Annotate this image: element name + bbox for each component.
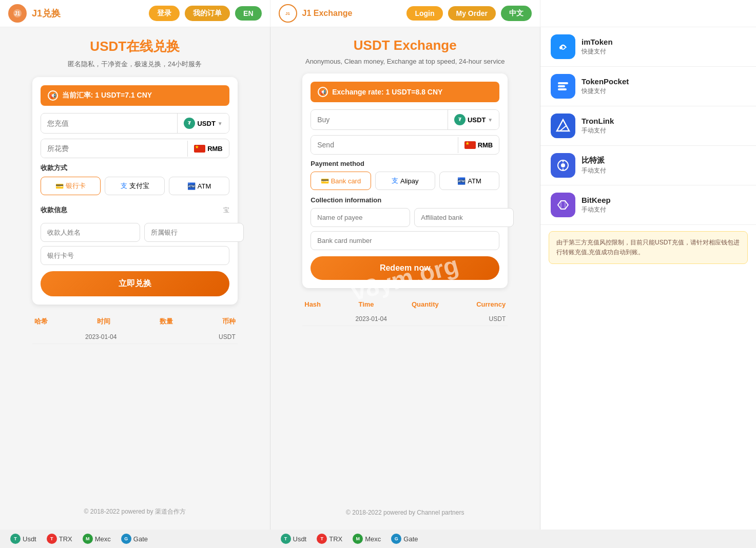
wallet-item-tokenpocket[interactable]: TokenPocket 快捷支付 <box>540 67 756 106</box>
left-send-currency-text: RMB <box>207 145 223 153</box>
right-tr-time: 2023-01-04 <box>356 315 387 323</box>
svg-rect-7 <box>558 88 567 90</box>
trx-dot-left: T <box>47 534 57 544</box>
right-redeem-btn[interactable]: Redeem now <box>311 256 499 280</box>
right-token-gate[interactable]: G Gate <box>391 534 418 544</box>
right-bank-name-input[interactable] <box>414 208 514 227</box>
right-table-header: Hash Time Quantity Currency <box>302 296 508 312</box>
wallet-item-imtoken[interactable]: imToken 快捷支付 <box>540 27 756 67</box>
right-order-button[interactable]: My Order <box>448 6 496 21</box>
left-buy-input-row[interactable]: ₮ USDT ▼ <box>41 113 229 134</box>
right-buy-currency[interactable]: ₮ USDT ▼ <box>448 110 499 129</box>
left-title: USDT在线兑换 <box>90 37 180 55</box>
left-subtitle: 匿名隐私，干净资金，极速兑换，24小时服务 <box>68 60 202 69</box>
right-panel: v8ym.org USDT Exchange Anonymous, Clean … <box>270 27 541 530</box>
right-token-mexc-label: Mexc <box>365 535 381 543</box>
right-logo-icon: J1 <box>279 4 297 23</box>
cn-flag-right <box>464 141 476 149</box>
tronlink-info: TronLink 手动支付 <box>581 117 746 135</box>
left-token-trx[interactable]: T TRX <box>47 534 72 544</box>
right-token-usdt-label: Usdt <box>293 535 307 543</box>
atm-icon-left: 🏧 <box>187 182 196 190</box>
right-send-currency: RMB <box>458 137 499 153</box>
left-footer-text: © 2018-2022 powered by 渠道合作方 <box>84 507 186 516</box>
right-payment-label: Payment method <box>311 160 499 167</box>
wallet-item-bitkeep[interactable]: BitKeep 手动支付 <box>540 185 756 225</box>
left-token-gate[interactable]: G Gate <box>121 534 148 544</box>
wallet-item-bitpai[interactable]: 比特派 手动支付 <box>540 146 756 185</box>
left-card-number-input[interactable] <box>41 246 229 265</box>
left-buy-input[interactable] <box>41 114 178 133</box>
left-buy-chevron: ▼ <box>218 121 223 126</box>
left-order-button[interactable]: 我的订单 <box>185 6 230 21</box>
cn-flag-left <box>194 145 205 153</box>
rate-icon-right: 📢 <box>318 87 328 97</box>
left-login-button[interactable]: 登录 <box>149 6 180 21</box>
right-send-input-row[interactable]: RMB <box>311 135 499 155</box>
left-bank-btn[interactable]: 💳 银行卡 <box>41 177 101 195</box>
atm-icon-right: 🏧 <box>457 177 466 185</box>
right-payment-methods: 💳 Bank card 支 Alipay 🏧 ATM <box>311 172 499 190</box>
right-rate-bar: 📢 Exchange rate: 1 USDT=8.8 CNY <box>311 82 499 102</box>
right-token-usdt[interactable]: T Usdt <box>281 534 307 544</box>
left-send-input-row[interactable]: RMB <box>41 139 229 158</box>
left-token-mexc-label: Mexc <box>95 535 111 543</box>
right-th-currency: Currency <box>476 300 506 308</box>
right-logo-text: J1 Exchange <box>302 9 353 18</box>
right-atm-label: ATM <box>468 177 481 185</box>
left-alipay-label: 支付宝 <box>129 181 149 191</box>
left-lang-button[interactable]: EN <box>235 6 261 21</box>
svg-rect-16 <box>554 196 572 214</box>
bitkeep-name: BitKeep <box>581 196 746 204</box>
left-redeem-btn[interactable]: 立即兑换 <box>41 271 229 296</box>
right-collection-label: Collection information <box>311 196 499 204</box>
trx-dot-right: T <box>317 534 327 544</box>
right-title: USDT Exchange <box>354 37 457 53</box>
right-lang-button[interactable]: 中文 <box>501 6 532 21</box>
left-th-time: 时间 <box>97 317 110 326</box>
usdt-icon-left: ₮ <box>184 118 195 129</box>
wallet-item-tronlink[interactable]: TronLink 手动支付 <box>540 106 756 146</box>
tronlink-tag: 手动支付 <box>581 126 746 135</box>
left-payment-label: 收款方式 <box>41 163 229 173</box>
right-subtitle: Anonymous, Clean money, Exchange at top … <box>305 58 505 65</box>
left-send-currency: RMB <box>187 141 229 157</box>
right-login-button[interactable]: Login <box>406 6 442 21</box>
sidebar-nav-space <box>540 0 756 27</box>
bitpai-tag: 手动支付 <box>581 166 746 175</box>
right-alipay-btn[interactable]: 支 Alipay <box>375 172 435 190</box>
right-payee-name-input[interactable] <box>311 208 410 227</box>
right-send-input[interactable] <box>311 136 457 154</box>
left-token-mexc[interactable]: M Mexc <box>83 534 111 544</box>
gate-dot-left: G <box>121 534 131 544</box>
left-rate-bar: 📢 当前汇率: 1 USDT=7.1 CNY <box>41 85 229 106</box>
right-token-trx[interactable]: T TRX <box>317 534 342 544</box>
usdt-dot-left: T <box>10 534 21 544</box>
right-card-number-input[interactable] <box>311 231 499 250</box>
left-token-gate-label: Gate <box>133 535 148 543</box>
gate-dot-right: G <box>391 534 401 544</box>
rate-icon-left: 📢 <box>48 90 58 101</box>
right-bank-btn[interactable]: 💳 Bank card <box>311 172 371 190</box>
alipay-icon-left: 支 <box>121 181 127 191</box>
left-bank-name-input[interactable] <box>144 223 244 242</box>
right-token-mexc[interactable]: M Mexc <box>353 534 381 544</box>
right-rate-text: Exchange rate: 1 USDT=8.8 CNY <box>332 88 442 96</box>
right-bank-label: Bank card <box>331 177 361 185</box>
right-atm-btn[interactable]: 🏧 ATM <box>439 172 499 190</box>
main-area: USDT在线兑换 匿名隐私，干净资金，极速兑换，24小时服务 📢 当前汇率: 1… <box>0 27 756 530</box>
left-buy-currency[interactable]: ₮ USDT ▼ <box>177 114 228 133</box>
left-table-section: 哈希 时间 数量 币种 2023-01-04 USDT <box>32 313 238 344</box>
left-atm-btn[interactable]: 🏧 ATM <box>169 177 229 195</box>
right-buy-input-row[interactable]: ₮ USDT ▼ <box>311 109 499 130</box>
right-th-hash: Hash <box>304 300 321 308</box>
left-token-usdt[interactable]: T Usdt <box>10 534 36 544</box>
left-send-input[interactable] <box>41 139 187 158</box>
left-atm-label: ATM <box>198 182 211 190</box>
left-buy-currency-text: USDT <box>197 120 215 127</box>
bank-icon-left: 💳 <box>55 182 64 190</box>
right-buy-input[interactable] <box>311 110 448 129</box>
left-payee-name-input[interactable] <box>41 223 140 242</box>
imtoken-info: imToken 快捷支付 <box>581 37 746 56</box>
left-alipay-btn[interactable]: 支 支付宝 <box>105 177 165 195</box>
